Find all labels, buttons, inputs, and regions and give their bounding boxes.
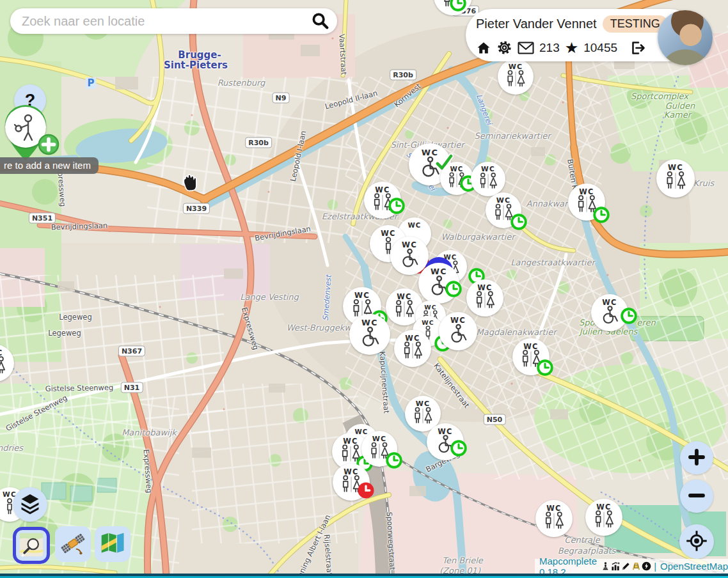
search-icon — [310, 11, 329, 32]
add-plus-icon — [38, 134, 59, 155]
osm-carto-icon — [19, 532, 44, 559]
plus-icon — [684, 444, 709, 472]
attribution-bar: Mapcomplete 0.18.2 — [535, 559, 728, 574]
map-viewport: P Brugge-Sint-PietersRustenburgSint-Gill… — [0, 0, 728, 578]
edit-pencil-icon[interactable] — [621, 561, 631, 571]
folded-map-icon — [100, 531, 125, 558]
circle-bolt-icon[interactable] — [642, 561, 651, 571]
openstreetmap-link[interactable]: OpenStreetMap — [660, 561, 728, 572]
settings-gear-icon[interactable] — [496, 40, 512, 56]
theme-toilets-icon[interactable] — [631, 561, 641, 571]
minus-icon — [684, 483, 709, 510]
layers-button[interactable] — [13, 487, 47, 522]
user-avatar[interactable] — [658, 10, 713, 65]
background-map-button[interactable] — [95, 526, 131, 562]
hand-cursor-icon — [179, 171, 202, 194]
star-icon: ★ — [565, 41, 579, 55]
statistics-icon[interactable] — [611, 561, 621, 571]
zoom-out-button[interactable] — [680, 480, 713, 513]
home-icon[interactable] — [476, 40, 491, 56]
zoom-in-button[interactable] — [680, 441, 713, 474]
background-osm-carto-button[interactable] — [13, 527, 50, 564]
user-name[interactable]: Pieter Vander Vennet — [476, 17, 597, 31]
messages-count: 213 — [539, 41, 560, 55]
changesets-count: 10455 — [583, 41, 617, 55]
search-input[interactable] — [20, 13, 309, 29]
messages-icon[interactable] — [518, 42, 534, 54]
geolocate-button[interactable] — [679, 524, 714, 559]
add-new-item-pin[interactable] — [0, 101, 64, 165]
add-item-tooltip: re to add a new item — [0, 157, 99, 174]
user-mode-badge: TESTING — [603, 15, 668, 33]
contributor-statue-icon[interactable] — [601, 561, 610, 571]
search-bar[interactable] — [10, 8, 337, 34]
logout-icon[interactable] — [629, 40, 645, 56]
search-button[interactable] — [309, 10, 331, 33]
satellite-icon — [59, 530, 86, 559]
layers-icon — [18, 492, 42, 518]
background-satellite-button[interactable] — [55, 526, 91, 562]
attribution-separator: | — [654, 561, 656, 572]
crosshair-icon — [683, 527, 710, 556]
